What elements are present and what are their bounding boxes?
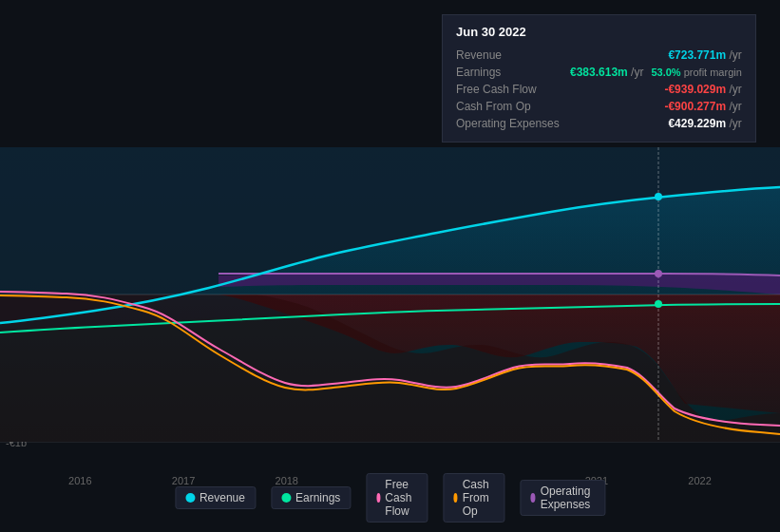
tooltip-date: Jun 30 2022 [456,25,742,39]
legend-label-fcf: Free Cash Flow [385,478,417,518]
tooltip-row-fcf: Free Cash Flow -€939.029m /yr [456,81,742,98]
profit-margin: 53.0% profit margin [651,66,741,78]
tooltip-card: Jun 30 2022 Revenue €723.771m /yr Earnin… [442,14,756,142]
legend-label-opex: Operating Expenses [541,484,595,511]
legend-dot-opex [530,493,535,503]
tooltip-label-revenue: Revenue [456,48,570,62]
legend-item-revenue[interactable]: Revenue [175,486,256,509]
tooltip-value-earnings: €383.613m /yr [570,66,643,79]
legend-label-revenue: Revenue [200,491,245,504]
tooltip-value-cashop: -€900.277m /yr [664,100,741,113]
tooltip-value-opex: €429.229m /yr [668,117,741,130]
tooltip-label-fcf: Free Cash Flow [456,83,570,96]
legend-dot-cashop [453,493,457,503]
legend-label-cashop: Cash From Op [463,478,495,518]
tooltip-row-earnings: Earnings €383.613m /yr 53.0% profit marg… [456,64,742,81]
svg-point-5 [655,270,662,277]
chart-svg [0,147,780,442]
chart-container: €800m €0 -€1b [0,0,780,532]
tooltip-value-fcf: -€939.029m /yr [664,83,741,96]
svg-point-3 [655,193,662,200]
legend-item-opex[interactable]: Operating Expenses [520,480,605,516]
grid-line-bottom [0,442,780,443]
legend-dot-fcf [376,493,380,503]
legend-dot-earnings [281,493,291,503]
tooltip-label-earnings: Earnings [456,66,570,79]
tooltip-label-opex: Operating Expenses [456,117,570,130]
tooltip-row-cashop: Cash From Op -€900.277m /yr [456,98,742,115]
legend-dot-revenue [185,493,195,503]
legend-label-earnings: Earnings [295,491,340,504]
tooltip-label-cashop: Cash From Op [456,100,570,113]
chart-legend: Revenue Earnings Free Cash Flow Cash Fro… [175,473,605,522]
tooltip-row-revenue: Revenue €723.771m /yr [456,47,742,64]
svg-point-4 [655,300,662,308]
legend-item-fcf[interactable]: Free Cash Flow [366,473,428,522]
legend-item-earnings[interactable]: Earnings [271,486,351,509]
legend-item-cashop[interactable]: Cash From Op [443,473,504,522]
x-label-2022: 2022 [688,475,711,486]
x-label-2016: 2016 [68,475,91,486]
tooltip-value-revenue: €723.771m /yr [668,48,741,62]
tooltip-row-opex: Operating Expenses €429.229m /yr [456,115,742,132]
